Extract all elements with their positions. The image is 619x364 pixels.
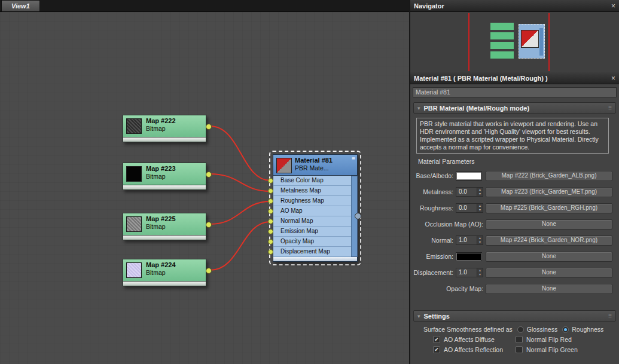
smoothness-label: Surface Smoothness defined as xyxy=(423,326,513,333)
input-socket[interactable] xyxy=(268,239,273,244)
output-socket[interactable] xyxy=(206,222,212,228)
checkbox-ao-affects-reflection[interactable]: ✔ xyxy=(433,346,440,353)
material-description: PBR style material that works in viewpor… xyxy=(416,118,609,154)
checkbox-normal-flip-green[interactable] xyxy=(516,346,523,353)
node-slot-strip[interactable] xyxy=(123,282,206,286)
material-node-header[interactable]: Material #81 PBR Mate... ≡ xyxy=(273,154,358,176)
spinner-value[interactable]: 1.0 xyxy=(456,268,477,277)
input-socket[interactable] xyxy=(268,178,273,183)
map-button[interactable]: None xyxy=(486,268,612,278)
bitmap-thumbnail xyxy=(126,166,142,182)
rollout-arrow-icon: ▾ xyxy=(417,105,420,111)
node-body: Map #224 Bitmap xyxy=(123,259,206,282)
node-slot-strip[interactable] xyxy=(273,257,358,262)
slot-label: Base Color Map xyxy=(280,177,324,183)
slot-metalness-map[interactable]: Metalness Map xyxy=(273,186,351,196)
map-button[interactable]: Map #225 (Brick_Garden_RGH.png) xyxy=(486,203,612,213)
value-spinner[interactable]: 1.0 ▴▾ xyxy=(456,235,483,245)
slot-normal-map[interactable]: Normal Map xyxy=(273,216,351,227)
rollout-title: Settings xyxy=(424,313,450,320)
param-row-metalness: Metalness: 0.0 ▴▾ Map #223 (Brick_Garden… xyxy=(410,186,619,197)
tab-view1[interactable]: View1 xyxy=(1,0,40,11)
material-slot-list: Base Color Map Metalness Map Roughness M… xyxy=(273,176,351,257)
map-button[interactable]: Map #224 (Brick_Garden_NOR.png) xyxy=(486,235,612,246)
parameter-panel-title: Material #81 ( PBR Material (Metal/Rough… xyxy=(414,75,548,82)
map-button[interactable]: None xyxy=(486,219,612,230)
output-socket[interactable] xyxy=(206,268,212,274)
close-icon[interactable]: × xyxy=(611,2,615,10)
navigator-titlebar[interactable]: Navigator × xyxy=(410,0,619,12)
material-output-socket[interactable] xyxy=(355,213,361,219)
value-spinner[interactable]: 1.0 ▴▾ xyxy=(456,268,483,277)
node-map-223[interactable]: Map #223 Bitmap xyxy=(123,163,206,190)
input-socket[interactable] xyxy=(268,198,273,204)
color-swatch[interactable] xyxy=(456,252,482,261)
input-socket[interactable] xyxy=(268,229,273,234)
node-slot-strip[interactable] xyxy=(123,235,206,240)
input-socket[interactable] xyxy=(268,209,273,214)
radio-roughness[interactable] xyxy=(562,326,569,333)
wire-to-metalness-map[interactable] xyxy=(210,174,270,191)
output-socket[interactable] xyxy=(206,172,212,178)
slot-roughness-map[interactable]: Roughness Map xyxy=(273,196,351,206)
spinner-down-icon[interactable]: ▾ xyxy=(477,192,483,196)
input-socket[interactable] xyxy=(268,188,273,194)
node-slot-strip[interactable] xyxy=(123,185,206,190)
spinner-value[interactable]: 1.0 xyxy=(456,236,477,244)
checkbox-normal-flip-red[interactable] xyxy=(516,336,523,343)
node-map-222[interactable]: Map #222 Bitmap xyxy=(123,115,206,142)
color-swatch[interactable] xyxy=(456,172,482,181)
map-button[interactable]: Map #222 (Brick_Garden_ALB.png) xyxy=(486,171,612,181)
spinner-up-icon[interactable]: ▴ xyxy=(477,236,483,240)
spinner-down-icon[interactable]: ▾ xyxy=(477,240,483,244)
map-button[interactable]: None xyxy=(486,284,612,294)
value-spinner[interactable]: 0.0 ▴▾ xyxy=(456,203,483,213)
navigator-canvas[interactable] xyxy=(410,12,619,72)
map-button[interactable]: None xyxy=(486,252,612,262)
radio-glossiness[interactable] xyxy=(517,326,524,333)
node-map-224[interactable]: Map #224 Bitmap xyxy=(123,259,206,286)
material-name-field[interactable]: Material #81 xyxy=(413,87,617,97)
node-title: Map #223 xyxy=(146,165,176,172)
node-map-225[interactable]: Map #225 Bitmap xyxy=(123,213,206,240)
spinner-up-icon[interactable]: ▴ xyxy=(477,188,483,192)
parameter-panel-titlebar[interactable]: Material #81 ( PBR Material (Metal/Rough… xyxy=(410,72,619,84)
slot-ao-map[interactable]: AO Map xyxy=(273,206,351,216)
wire-to-roughness-map[interactable] xyxy=(210,201,270,224)
spinner-up-icon[interactable]: ▴ xyxy=(477,204,483,208)
node-canvas[interactable]: Map #222 Bitmap Map #223 Bitmap xyxy=(0,12,409,364)
slot-displacement-map[interactable]: Displacement Map xyxy=(273,247,351,257)
slot-opacity-map[interactable]: Opacity Map xyxy=(273,237,351,247)
view-frame-right-edge xyxy=(548,13,550,71)
surface-smoothness-row: Surface Smoothness defined as Glossiness… xyxy=(410,326,619,333)
param-label: Opacity Map: xyxy=(410,285,483,292)
rollout-pbr-material[interactable]: ▾ PBR Material (Metal/Rough mode) ≡ xyxy=(413,102,616,114)
input-socket[interactable] xyxy=(268,219,273,224)
spinner-value[interactable]: 0.0 xyxy=(456,204,477,212)
node-title: Map #222 xyxy=(146,117,176,124)
checkbox-ao-affects-diffuse[interactable]: ✔ xyxy=(433,336,440,343)
spinner-value[interactable]: 0.0 xyxy=(456,188,477,196)
navigator-map-node xyxy=(490,42,514,49)
node-subtitle: PBR Mate... xyxy=(295,164,333,172)
node-slot-strip[interactable] xyxy=(123,137,206,142)
bitmap-thumbnail xyxy=(126,216,142,232)
slot-emission-map[interactable]: Emission Map xyxy=(273,227,351,237)
input-socket[interactable] xyxy=(268,249,273,255)
spinner-up-icon[interactable]: ▴ xyxy=(477,268,483,273)
navigator-map-node xyxy=(490,23,514,30)
output-socket[interactable] xyxy=(206,124,212,130)
value-spinner[interactable]: 0.0 ▴▾ xyxy=(456,187,483,197)
rollout-settings[interactable]: ▾ Settings ≡ xyxy=(413,310,616,322)
wire-to-base-color-map[interactable] xyxy=(210,126,270,181)
spinner-down-icon[interactable]: ▾ xyxy=(477,273,483,277)
spinner-down-icon[interactable]: ▾ xyxy=(477,208,483,212)
slot-base-color-map[interactable]: Base Color Map xyxy=(273,176,351,186)
rollout-grip-icon: ≡ xyxy=(608,313,612,319)
wire-to-normal-map[interactable] xyxy=(210,222,270,270)
node-material-81[interactable]: Material #81 PBR Mate... ≡ Base Color Ma… xyxy=(273,154,358,262)
map-button[interactable]: Map #223 (Brick_Garden_MET.png) xyxy=(486,187,612,197)
node-shade-icon[interactable]: ≡ xyxy=(352,155,355,162)
node-body: Map #223 Bitmap xyxy=(123,163,206,185)
close-icon[interactable]: × xyxy=(611,74,615,82)
